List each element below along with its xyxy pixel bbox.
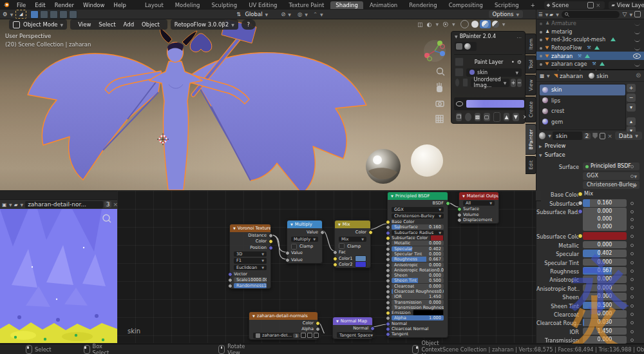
prop-field[interactable]: 0.000 <box>583 284 627 292</box>
workspace-tab-compositing[interactable]: Compositing <box>444 1 488 9</box>
topbar-menu-help[interactable]: Help <box>109 2 130 8</box>
animate-decorator[interactable] <box>630 261 634 264</box>
bpainter-brush-icon[interactable] <box>456 43 462 50</box>
material-link-select[interactable]: Data▼ <box>615 132 642 140</box>
outliner-item-armature[interactable]: ♟Armature <box>536 19 644 28</box>
options-button[interactable]: Options▼ <box>489 10 523 18</box>
node-socket[interactable] <box>457 213 462 217</box>
prop-field[interactable]: 0.000 <box>583 310 627 318</box>
sidebar-tab-bpainter[interactable]: BPainter <box>526 124 536 155</box>
node-header[interactable]: ▼Multiply <box>287 221 322 228</box>
visibility-eye-closed-icon[interactable] <box>634 63 640 66</box>
animate-decorator[interactable] <box>630 218 634 221</box>
preview-section-header[interactable]: ▶Preview <box>539 143 565 149</box>
prop-field[interactable]: 0.000 <box>583 293 627 300</box>
node-socket[interactable] <box>228 278 232 282</box>
material-name-field[interactable]: skin <box>553 132 582 140</box>
workspace-tab-texture-paint[interactable]: Texture Paint <box>284 1 330 9</box>
node-slider[interactable]: Sheen Tint0.500 <box>392 278 444 283</box>
scene-selector[interactable]: ◆ Scene × <box>544 1 605 9</box>
node-socket[interactable] <box>386 327 390 331</box>
animate-decorator[interactable] <box>630 210 634 213</box>
shading-wireframe-button[interactable] <box>460 20 469 28</box>
node-socket[interactable] <box>386 306 390 310</box>
image-shield-icon[interactable] <box>301 333 306 338</box>
bpainter-menu-dots[interactable]: ... <box>516 34 522 39</box>
node-socket[interactable] <box>386 279 390 283</box>
node-socket[interactable] <box>285 258 290 262</box>
help-button[interactable]: ? <box>242 19 256 30</box>
node-slider[interactable]: Metallic0.000 <box>392 241 444 246</box>
node-header[interactable]: ▼Normal Map <box>333 317 372 325</box>
workspace-tab-scripting[interactable]: Scripting <box>489 1 524 9</box>
workspace-tab-sculpting[interactable]: Sculpting <box>206 1 242 9</box>
gizmos-icon[interactable]: ⦿ <box>442 21 448 28</box>
node-socket[interactable] <box>386 225 390 230</box>
node-slider[interactable]: Transmission Roughness0.000 <box>392 305 444 310</box>
unlink-scene-icon[interactable]: × <box>596 2 600 8</box>
animate-decorator[interactable] <box>630 202 634 205</box>
node-socket[interactable] <box>386 300 390 305</box>
node-image-texture[interactable]: ▼zaharan-detail-normalsColorAlphazaharan… <box>249 311 318 340</box>
node-socket[interactable] <box>386 220 390 224</box>
add-slot-button[interactable]: + <box>627 84 636 92</box>
node-socket[interactable] <box>386 236 390 241</box>
node-checkbox[interactable]: Clamp <box>287 243 322 250</box>
node-header[interactable]: ▼Principled BSDF <box>388 192 448 200</box>
remove-layer-button[interactable]: − <box>517 79 522 87</box>
outliner-item-metarig[interactable]: ♟metarig <box>536 28 644 36</box>
layer-list[interactable] <box>454 97 526 110</box>
node-checkbox[interactable]: Clamp <box>335 243 370 250</box>
outliner-search-input[interactable] <box>562 11 620 18</box>
layer-visibility-eye-icon[interactable] <box>456 101 463 106</box>
material-slot-lips[interactable]: lips <box>540 95 625 106</box>
node-slider[interactable]: Scale10000.000 <box>234 277 267 282</box>
breadcrumb-object[interactable]: zaharan <box>560 73 583 79</box>
new-material-icon[interactable] <box>600 133 606 139</box>
workspace-tab-animation[interactable]: Animation <box>365 1 402 9</box>
sidebar-tab-edit[interactable]: Edit <box>526 156 536 174</box>
node-socket[interactable] <box>269 239 273 244</box>
node-slider[interactable]: Clearcoat0.000 <box>392 284 444 289</box>
node-slider[interactable]: Specular0.402 <box>392 246 444 251</box>
node-material-output[interactable]: ▼Material OutputAll▼SurfaceVolumeDisplac… <box>459 192 499 224</box>
breadcrumb-material[interactable]: skin <box>596 73 608 79</box>
slot-move-up-button[interactable]: ▴ <box>627 117 636 126</box>
visibility-eye-closed-icon[interactable] <box>634 46 640 50</box>
node-socket[interactable] <box>446 201 450 206</box>
animate-decorator[interactable] <box>630 278 634 281</box>
prop-field[interactable]: 0.000 <box>583 259 627 266</box>
xray-toggle-icon[interactable]: ◫ <box>417 21 423 28</box>
mode-icon-3[interactable] <box>50 10 58 19</box>
editor-type-icon[interactable]: ▣▼ <box>2 202 12 208</box>
editor-type-icon[interactable]: ☰▼ <box>538 12 548 17</box>
bpainter-material-select[interactable]: skin▼ <box>466 68 522 77</box>
node-socket[interactable] <box>386 284 390 289</box>
material-slot-skin[interactable]: skin <box>540 84 625 95</box>
surface-section-header[interactable]: ▼Surface <box>539 152 565 158</box>
sidebar-tab-view[interactable]: View <box>526 75 536 95</box>
node-color-swatch[interactable] <box>355 261 366 268</box>
node-socket[interactable] <box>386 252 390 257</box>
image-copy-icon[interactable] <box>307 333 312 338</box>
prop-field[interactable]: 0.500 <box>583 302 627 310</box>
bpainter-image-mode-select[interactable]: Unordered Imag...▼ <box>471 79 510 87</box>
node-socket[interactable] <box>386 247 390 251</box>
node-slider[interactable]: Roughness0.667 <box>392 257 444 262</box>
filter-icon[interactable]: ▽▼ <box>622 11 632 17</box>
unlink-material-icon[interactable]: × <box>607 133 612 139</box>
animate-decorator[interactable] <box>630 226 634 229</box>
active-tool-select-box-icon[interactable]: ◢ <box>15 10 26 19</box>
node-header[interactable]: ▼Mix <box>335 221 370 228</box>
node-mix[interactable]: ▼MixColorMix▼ClampFacColor1Color2 <box>334 220 371 268</box>
node-dropdown[interactable]: Euclidean▼ <box>234 265 267 271</box>
node-slider[interactable]: Anisotropic Rotation0.000 <box>392 268 444 273</box>
visibility-eye-open-icon[interactable] <box>633 54 641 59</box>
node-socket[interactable] <box>285 251 290 255</box>
material-users-count[interactable]: 2 <box>583 133 591 139</box>
node-socket[interactable] <box>386 257 390 262</box>
node-slider[interactable]: Clearcoat Roughness0.030 <box>392 289 444 294</box>
animate-decorator[interactable] <box>630 184 634 187</box>
node-socket[interactable] <box>457 218 462 222</box>
node-voronoi-texture[interactable]: ▼Voronoi TextureDistanceColorPosition3D▼… <box>229 224 271 289</box>
